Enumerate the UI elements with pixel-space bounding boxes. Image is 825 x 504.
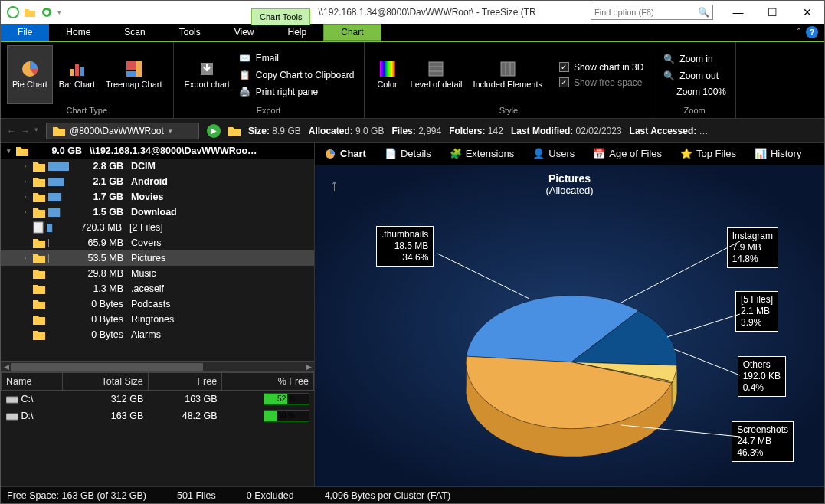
- search-input[interactable]: [594, 8, 698, 17]
- path-text: @8000\DavWWWRoot: [70, 126, 164, 136]
- zoom-in-button[interactable]: 🔍Zoom in: [660, 52, 729, 66]
- close-button[interactable]: ✕: [790, 1, 824, 24]
- chart-tools-contextual-tab: Chart Tools: [251, 8, 310, 25]
- tree-row[interactable]: 0 BytesPodcasts: [1, 296, 314, 312]
- chart-type-group-label: Chart Type: [7, 104, 167, 118]
- tree-row[interactable]: 1.3 MB.aceself: [1, 281, 314, 296]
- email-button[interactable]: ✉️Email: [236, 51, 358, 65]
- svg-point-0: [8, 7, 18, 18]
- email-icon: ✉️: [239, 52, 251, 64]
- drive-row[interactable]: C:\312 GB163 GB52 %: [2, 391, 314, 408]
- help-icon[interactable]: ?: [806, 26, 818, 38]
- pie-chart-icon: [21, 60, 39, 78]
- drive-row[interactable]: D:\163 GB48.2 GB30 %: [2, 407, 314, 424]
- minimize-button[interactable]: ―: [721, 1, 755, 24]
- included-elements-button[interactable]: Included Elements: [468, 45, 547, 104]
- copy-chart-button[interactable]: 📋Copy Chart to Clipboard: [236, 68, 358, 82]
- users-icon: 👤: [532, 148, 545, 160]
- status-cluster: 4,096 Bytes per Cluster (FAT): [325, 490, 450, 501]
- pie-chart-button[interactable]: Pie Chart: [7, 45, 53, 104]
- show-3d-checkbox[interactable]: Show chart in 3D: [556, 61, 647, 74]
- svg-rect-11: [380, 61, 395, 77]
- nav-back-icon[interactable]: ←: [7, 126, 16, 136]
- zoom-out-button[interactable]: 🔍Zoom out: [660, 69, 729, 83]
- zoom-in-icon: 🔍: [663, 53, 675, 65]
- open-folder-icon[interactable]: [24, 6, 36, 18]
- statusbar: Free Space: 163 GB (of 312 GB) 501 Files…: [1, 486, 824, 503]
- nav-fwd-icon[interactable]: →: [21, 126, 30, 136]
- horizontal-scrollbar[interactable]: ◀ ▶: [1, 361, 314, 371]
- zoom-group-label: Zoom: [660, 104, 729, 118]
- nav-dropdown-icon[interactable]: ▾: [34, 126, 38, 136]
- chart-area[interactable]: ↑ Pictures (Allocated) .thumbnails18.5 M…: [315, 165, 824, 486]
- folder-icon: [53, 126, 65, 136]
- chart-back-icon[interactable]: ↑: [330, 175, 339, 195]
- maximize-button[interactable]: ☐: [755, 1, 790, 24]
- go-button[interactable]: ▶: [207, 124, 221, 138]
- ribbon: Pie Chart Bar Chart Treemap Chart Chart …: [1, 42, 824, 119]
- rescan-icon[interactable]: [41, 6, 53, 18]
- tree-row[interactable]: 0 BytesAlarms: [1, 327, 314, 342]
- menu-home[interactable]: Home: [49, 24, 107, 41]
- tree-row[interactable]: ›53.5 MBPictures: [1, 250, 314, 266]
- col-pct-free[interactable]: % Free: [222, 373, 314, 391]
- tree-row[interactable]: 29.8 MBMusic: [1, 266, 314, 281]
- path-box[interactable]: @8000\DavWWWRoot ▾: [46, 123, 199, 139]
- tab-users[interactable]: 👤Users: [523, 145, 584, 163]
- export-chart-button[interactable]: Export chart: [180, 45, 234, 104]
- pathbar: ← → ▾ @8000\DavWWWRoot ▾ ▶ Size: 8.9 GB …: [1, 119, 824, 143]
- print-right-button[interactable]: 🖨️Print right pane: [236, 85, 358, 99]
- tab-age[interactable]: 📅Age of Files: [584, 145, 671, 163]
- col-free[interactable]: Free: [148, 373, 221, 391]
- pie-chart-icon: [324, 148, 336, 160]
- window-title: \\192.168.1.34@8000\DavWWWRoot\ - TreeSi…: [310, 7, 591, 18]
- col-total[interactable]: Total Size: [62, 373, 148, 391]
- tree-row[interactable]: ›1.5 GBDownload: [1, 205, 314, 220]
- tree-row[interactable]: ›2.8 GBDCIM: [1, 159, 314, 174]
- tree-row[interactable]: 0 BytesRingtones: [1, 312, 314, 327]
- level-detail-icon: [427, 60, 445, 78]
- color-icon: [378, 60, 397, 78]
- menu-view[interactable]: View: [218, 24, 271, 41]
- level-detail-button[interactable]: Level of detail: [406, 45, 467, 104]
- directory-tree[interactable]: ▾9.0 GB\\192.168.1.34@8000\DavWWWRoo…›2.…: [1, 143, 314, 361]
- svg-rect-8: [136, 61, 142, 77]
- tree-row[interactable]: 720.3 MB[2 Files]: [1, 220, 314, 235]
- find-option-search[interactable]: 🔍: [591, 5, 713, 20]
- svg-rect-4: [70, 69, 74, 76]
- checkbox-icon: [559, 77, 569, 87]
- svg-rect-6: [80, 67, 84, 76]
- col-name[interactable]: Name: [2, 373, 63, 391]
- tab-chart[interactable]: Chart: [315, 145, 375, 163]
- treemap-chart-button[interactable]: Treemap Chart: [101, 45, 167, 104]
- bar-chart-button[interactable]: Bar Chart: [54, 45, 100, 104]
- calendar-icon: 📅: [593, 148, 605, 160]
- menu-tools[interactable]: Tools: [162, 24, 218, 41]
- tree-root[interactable]: ▾9.0 GB\\192.168.1.34@8000\DavWWWRoo…: [1, 143, 314, 159]
- qat-dropdown-icon[interactable]: ▾: [57, 8, 61, 16]
- right-pane: Chart 📄Details 🧩Extensions 👤Users 📅Age o…: [315, 143, 824, 486]
- tab-top[interactable]: ⭐Top Files: [671, 145, 745, 163]
- collapse-ribbon-icon[interactable]: ˄: [797, 27, 801, 38]
- bar-chart-icon: [67, 60, 86, 78]
- tab-details[interactable]: 📄Details: [375, 145, 440, 163]
- tab-history[interactable]: 📊History: [745, 145, 810, 163]
- menu-scan[interactable]: Scan: [107, 24, 162, 41]
- svg-rect-20: [48, 193, 61, 201]
- tab-extensions[interactable]: 🧩Extensions: [440, 145, 524, 163]
- zoom-100-button[interactable]: Zoom 100%: [660, 86, 729, 98]
- printer-icon: 🖨️: [239, 86, 251, 98]
- svg-rect-32: [6, 414, 18, 420]
- color-button[interactable]: Color: [371, 45, 404, 104]
- left-pane: ▾9.0 GB\\192.168.1.34@8000\DavWWWRoo…›2.…: [1, 143, 315, 486]
- show-free-space-checkbox[interactable]: Show free space: [556, 77, 647, 89]
- svg-point-2: [44, 10, 49, 15]
- tree-row[interactable]: ›1.7 GBMovies: [1, 189, 314, 205]
- pie-chart[interactable]: [460, 257, 683, 479]
- tree-row[interactable]: ›2.1 GBAndroid: [1, 174, 314, 189]
- status-excluded: 0 Excluded: [247, 490, 294, 501]
- menu-file[interactable]: File: [1, 24, 49, 41]
- menu-help[interactable]: Help: [271, 24, 324, 41]
- menu-chart[interactable]: Chart: [323, 24, 381, 41]
- tree-row[interactable]: 65.9 MBCovers: [1, 235, 314, 250]
